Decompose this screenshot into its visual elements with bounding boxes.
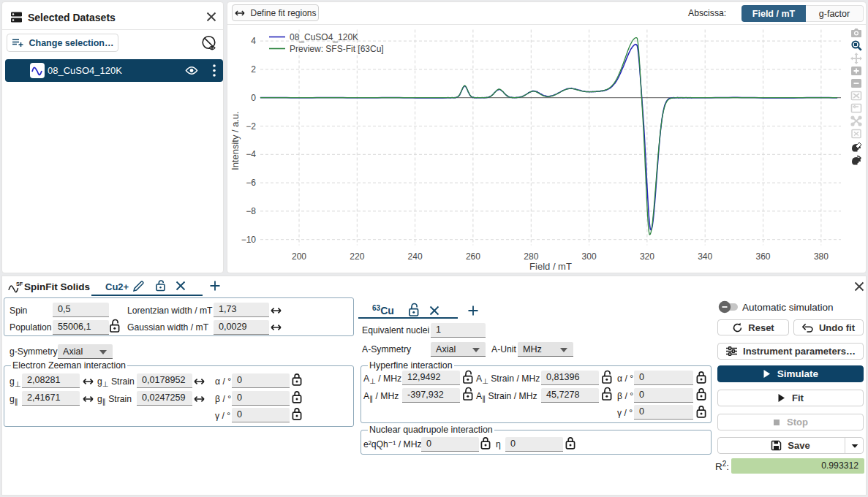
svg-text:260: 260 — [466, 251, 480, 262]
svg-text:380: 380 — [814, 251, 829, 262]
svg-text:240: 240 — [408, 251, 423, 262]
svg-text:300: 300 — [582, 251, 597, 262]
svg-text:SF: SF — [16, 281, 23, 287]
svg-text:280: 280 — [524, 251, 538, 262]
svg-text:−4: −4 — [246, 149, 256, 159]
svg-text:0: 0 — [251, 93, 256, 103]
svg-text:−2: −2 — [246, 121, 256, 132]
svg-text:4: 4 — [251, 36, 256, 46]
svg-text:Field / mT: Field / mT — [529, 261, 572, 272]
svg-text:Preview: SFS-Fit [63Cu]: Preview: SFS-Fit [63Cu] — [290, 44, 384, 54]
svg-text:200: 200 — [292, 251, 306, 262]
svg-text:−10: −10 — [241, 235, 257, 245]
svg-text:220: 220 — [350, 251, 364, 262]
svg-text:360: 360 — [755, 251, 770, 262]
svg-text:−6: −6 — [246, 178, 256, 188]
svg-text:320: 320 — [640, 251, 654, 262]
svg-text:08_CuSO4_120K: 08_CuSO4_120K — [290, 32, 358, 42]
svg-text:340: 340 — [698, 251, 712, 262]
svg-text:2: 2 — [251, 64, 256, 75]
svg-text:−8: −8 — [246, 206, 256, 216]
svg-text:Intensity / a.u.: Intensity / a.u. — [230, 111, 241, 170]
